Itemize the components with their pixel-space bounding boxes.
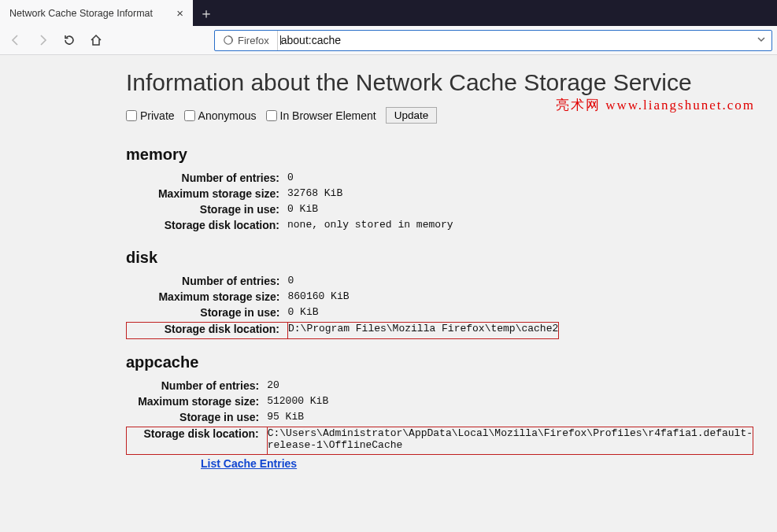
reload-icon bbox=[63, 34, 76, 46]
appcache-table: Number of entries:20 Maximum storage siz… bbox=[126, 379, 753, 455]
chevron-down-icon bbox=[757, 35, 766, 44]
label-diskloc: Storage disk location: bbox=[127, 427, 268, 455]
section-heading-memory: memory bbox=[126, 146, 753, 164]
back-button[interactable] bbox=[5, 29, 27, 51]
new-tab-button[interactable]: ＋ bbox=[193, 0, 220, 26]
url-bar[interactable]: Firefox about:cache bbox=[214, 30, 772, 51]
memory-table: Number of entries:0 Maximum storage size… bbox=[126, 172, 453, 235]
value-diskloc: D:\Program Files\Mozilla Firefox\temp\ca… bbox=[288, 323, 559, 339]
table-row: Storage disk location:C:\Users\Administr… bbox=[127, 427, 753, 455]
table-row: Maximum storage size:32768 KiB bbox=[126, 187, 453, 203]
tab-title: Network Cache Storage Informat bbox=[9, 8, 168, 19]
url-dropdown[interactable] bbox=[751, 35, 771, 46]
anonymous-checkbox[interactable] bbox=[184, 110, 195, 121]
arrow-right-icon bbox=[36, 34, 49, 46]
table-row: Number of entries:20 bbox=[127, 379, 753, 395]
private-checkbox-label[interactable]: Private bbox=[126, 109, 175, 122]
list-cache-wrap: List Cache Entries bbox=[201, 457, 753, 470]
disk-table: Number of entries:0 Maximum storage size… bbox=[126, 275, 559, 339]
browser-tab[interactable]: Network Cache Storage Informat × bbox=[0, 0, 193, 26]
value-entries: 20 bbox=[267, 379, 753, 395]
private-checkbox[interactable] bbox=[126, 110, 137, 121]
label-inuse: Storage in use: bbox=[127, 411, 268, 427]
inbrowser-checkbox-label[interactable]: In Browser Element bbox=[266, 109, 376, 122]
label-inuse: Storage in use: bbox=[126, 203, 287, 219]
section-heading-appcache: appcache bbox=[126, 353, 753, 371]
value-entries: 0 bbox=[287, 172, 453, 187]
value-maxsize: 32768 KiB bbox=[287, 187, 453, 203]
list-cache-entries-link[interactable]: List Cache Entries bbox=[201, 457, 297, 470]
inbrowser-checkbox[interactable] bbox=[266, 110, 277, 121]
label-maxsize: Maximum storage size: bbox=[127, 395, 268, 411]
value-maxsize: 860160 KiB bbox=[288, 290, 559, 306]
table-row: Storage in use:0 KiB bbox=[127, 306, 559, 323]
label-maxsize: Maximum storage size: bbox=[127, 290, 288, 306]
value-maxsize: 512000 KiB bbox=[267, 395, 753, 411]
table-row: Storage disk location:D:\Program Files\M… bbox=[127, 323, 559, 339]
table-row: Maximum storage size:512000 KiB bbox=[127, 395, 753, 411]
label-diskloc: Storage disk location: bbox=[126, 219, 287, 235]
toolbar: Firefox about:cache bbox=[0, 26, 777, 55]
anonymous-checkbox-label[interactable]: Anonymous bbox=[184, 109, 257, 122]
value-entries: 0 bbox=[288, 275, 559, 290]
table-row: Storage in use:0 KiB bbox=[126, 203, 453, 219]
identity-box[interactable]: Firefox bbox=[215, 31, 278, 50]
page-content: Information about the Network Cache Stor… bbox=[0, 55, 777, 478]
table-row: Maximum storage size:860160 KiB bbox=[127, 290, 559, 306]
label-entries: Number of entries: bbox=[126, 172, 287, 187]
reload-button[interactable] bbox=[58, 29, 80, 51]
url-text: about:cache bbox=[281, 34, 341, 46]
value-diskloc: none, only stored in memory bbox=[287, 219, 453, 235]
tab-strip: Network Cache Storage Informat × ＋ bbox=[0, 0, 777, 26]
page-title: Information about the Network Cache Stor… bbox=[126, 69, 753, 96]
forward-button[interactable] bbox=[31, 29, 54, 51]
value-inuse: 0 KiB bbox=[288, 306, 559, 323]
label-diskloc: Storage disk location: bbox=[127, 323, 288, 339]
value-inuse: 0 KiB bbox=[287, 203, 453, 219]
firefox-icon bbox=[223, 35, 234, 46]
table-row: Number of entries:0 bbox=[126, 172, 453, 187]
value-inuse: 95 KiB bbox=[267, 411, 753, 427]
arrow-left-icon bbox=[9, 34, 22, 46]
close-tab-icon[interactable]: × bbox=[175, 7, 185, 19]
label-entries: Number of entries: bbox=[127, 379, 268, 395]
identity-label: Firefox bbox=[238, 35, 269, 46]
update-button[interactable]: Update bbox=[386, 107, 438, 124]
table-row: Number of entries:0 bbox=[127, 275, 559, 290]
table-row: Storage disk location:none, only stored … bbox=[126, 219, 453, 235]
section-heading-disk: disk bbox=[126, 249, 753, 267]
url-input[interactable]: about:cache bbox=[278, 34, 751, 46]
home-button[interactable] bbox=[85, 29, 107, 51]
table-row: Storage in use:95 KiB bbox=[127, 411, 753, 427]
label-inuse: Storage in use: bbox=[127, 306, 288, 323]
value-diskloc: C:\Users\Administrator\AppData\Local\Moz… bbox=[267, 427, 753, 455]
home-icon bbox=[90, 34, 102, 46]
label-maxsize: Maximum storage size: bbox=[126, 187, 287, 203]
label-entries: Number of entries: bbox=[127, 275, 288, 290]
watermark: 亮术网 www.liangshunet.com bbox=[556, 96, 755, 114]
